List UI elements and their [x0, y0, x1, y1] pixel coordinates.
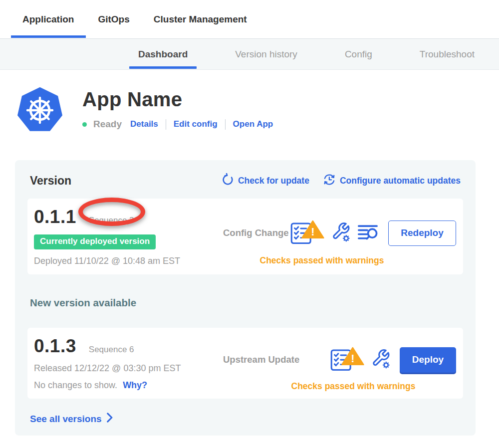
details-link[interactable]: Details: [130, 119, 158, 129]
app-status: Ready: [93, 119, 122, 130]
view-files-icon[interactable]: [357, 222, 379, 244]
page-title: App Name: [82, 88, 273, 111]
current-version-source: Config Change: [223, 227, 289, 238]
redeploy-button[interactable]: Redeploy: [388, 221, 456, 246]
released-timestamp: Released 12/12/22 @ 03:30 pm EST: [34, 363, 207, 374]
tab-cluster-management[interactable]: Cluster Management: [154, 14, 247, 25]
new-version-heading: New version available: [30, 297, 476, 309]
new-version-number: 0.1.3: [34, 336, 76, 357]
current-preflight-status: Checks passed with warnings: [257, 255, 387, 266]
open-app-link[interactable]: Open App: [233, 119, 273, 129]
see-all-versions-link[interactable]: See all versions: [30, 413, 113, 425]
tab-troubleshoot[interactable]: Troubleshoot: [420, 49, 475, 60]
primary-nav: Application GitOps Cluster Management: [0, 0, 499, 38]
current-version-card: 0.1.1 Sequence 3 Currently deployed vers…: [27, 199, 463, 274]
version-panel-title: Version: [30, 174, 71, 188]
current-version-number: 0.1.1: [34, 207, 76, 227]
new-preflight-status: Checks passed with warnings: [288, 381, 418, 392]
new-version-source: Upstream Update: [223, 354, 299, 365]
deploy-button[interactable]: Deploy: [400, 347, 456, 373]
tab-dashboard[interactable]: Dashboard: [138, 49, 188, 60]
why-link[interactable]: Why?: [123, 380, 147, 390]
preflight-checks-icon[interactable]: !: [330, 347, 365, 373]
tab-gitops[interactable]: GitOps: [98, 14, 129, 25]
tab-application[interactable]: Application: [22, 14, 74, 25]
chevron-right-icon: [106, 413, 113, 425]
tab-config[interactable]: Config: [345, 49, 372, 60]
divider: [225, 119, 226, 130]
app-header: App Name Ready Details Edit config Open …: [0, 70, 499, 137]
deployed-timestamp: Deployed 11/10/22 @ 10:48 am EST: [34, 256, 207, 266]
no-changes-text: No changes to show.: [34, 380, 117, 390]
status-dot: [82, 122, 87, 127]
tab-version-history[interactable]: Version history: [235, 49, 297, 60]
clock-refresh-icon: [323, 173, 336, 189]
refresh-icon: [221, 173, 234, 189]
preflight-checks-icon[interactable]: !: [290, 220, 325, 246]
configure-automatic-updates-link[interactable]: Configure automatic updates: [323, 173, 461, 189]
svg-text:!: !: [351, 352, 354, 365]
edit-config-link[interactable]: Edit config: [174, 119, 218, 129]
current-version-sequence: Sequence 3: [89, 216, 134, 225]
app-sub-nav: Dashboard Version history Config Trouble…: [0, 38, 499, 70]
currently-deployed-badge: Currently deployed version: [34, 234, 156, 249]
kubernetes-logo: [15, 85, 65, 137]
check-for-update-link[interactable]: Check for update: [221, 173, 309, 189]
version-panel: Version Check for update: [15, 160, 476, 436]
new-version-sequence: Sequence 6: [89, 345, 134, 355]
config-wrench-icon[interactable]: [371, 348, 390, 372]
new-version-card: 0.1.3 Sequence 6 Released 12/12/22 @ 03:…: [27, 328, 463, 399]
divider: [166, 119, 166, 130]
config-wrench-icon[interactable]: [331, 221, 350, 245]
svg-text:!: !: [311, 225, 314, 238]
